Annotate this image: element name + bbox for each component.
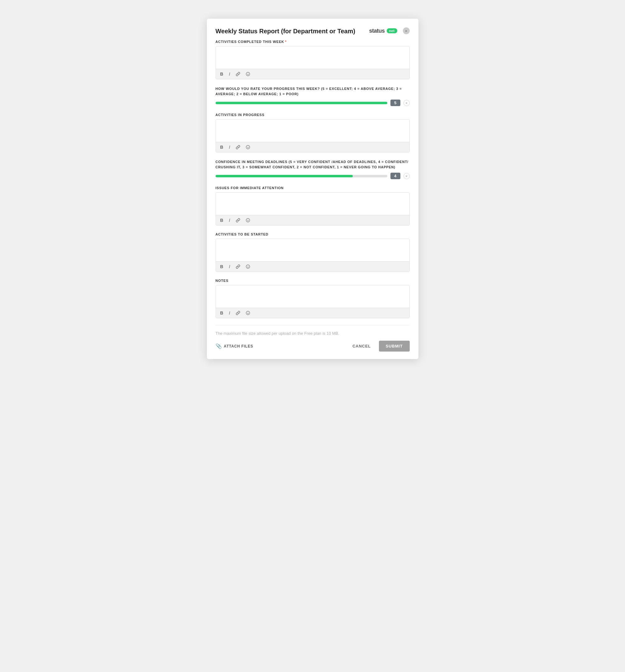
bold-button-3[interactable]: B — [219, 217, 224, 223]
confidence-slider-clear[interactable]: × — [404, 173, 410, 179]
svg-point-9 — [246, 265, 250, 268]
activities-completed-section: ACTIVITIES COMPLETED THIS WEEK* B I — [216, 40, 410, 79]
notes-section: NOTES B I — [216, 279, 410, 318]
required-indicator: * — [285, 40, 287, 44]
italic-button-1[interactable]: I — [228, 71, 232, 77]
confidence-rating-row: 4 × — [216, 173, 410, 179]
footer-section: The maximum file size allowed per upload… — [216, 325, 410, 352]
link-button-3[interactable] — [235, 217, 241, 223]
progress-rating-section: HOW WOULD YOU RATE YOUR PROGRESS THIS WE… — [216, 86, 410, 106]
confidence-rating-section: CONFIDENCE IN MEETING DEADLINES (5 = VER… — [216, 159, 410, 179]
notes-input[interactable] — [216, 285, 409, 307]
bold-button-2[interactable]: B — [219, 144, 224, 150]
activities-to-start-input[interactable] — [216, 239, 409, 260]
link-button-2[interactable] — [235, 144, 241, 150]
progress-rating-row: 5 × — [216, 100, 410, 106]
brand-name: status — [369, 28, 385, 34]
confidence-slider-value: 4 — [390, 173, 401, 179]
confidence-rating-label: CONFIDENCE IN MEETING DEADLINES (5 = VER… — [216, 159, 410, 170]
issues-attention-section: ISSUES FOR IMMEDIATE ATTENTION B I — [216, 186, 410, 225]
svg-point-3 — [246, 145, 250, 149]
attach-files-button[interactable]: 📎 ATTACH FILES — [216, 343, 253, 349]
activities-completed-input[interactable] — [216, 46, 409, 68]
notes-toolbar: B I — [216, 308, 409, 318]
svg-point-0 — [246, 72, 250, 76]
confidence-slider-track-container — [216, 175, 387, 177]
action-buttons: CANCEL SUBMIT — [348, 341, 410, 352]
footer-actions: 📎 ATTACH FILES CANCEL SUBMIT — [216, 341, 410, 352]
emoji-button-2[interactable] — [244, 144, 251, 150]
modal-header: Weekly Status Report (for Department or … — [216, 27, 410, 35]
bold-button-5[interactable]: B — [219, 310, 224, 316]
link-button-1[interactable] — [235, 71, 241, 77]
link-button-4[interactable] — [235, 264, 241, 269]
italic-button-5[interactable]: I — [228, 310, 232, 316]
submit-button[interactable]: SUBMIT — [379, 341, 410, 352]
activities-in-progress-label: ACTIVITIES IN PROGRESS — [216, 113, 410, 117]
issues-attention-input[interactable] — [216, 193, 409, 214]
issues-attention-label: ISSUES FOR IMMEDIATE ATTENTION — [216, 186, 410, 190]
emoji-button-4[interactable] — [244, 264, 251, 269]
progress-slider-clear[interactable]: × — [404, 100, 410, 106]
bold-button-4[interactable]: B — [219, 264, 224, 270]
notes-label: NOTES — [216, 279, 410, 283]
emoji-button-3[interactable] — [244, 217, 251, 223]
modal-title: Weekly Status Report (for Department or … — [216, 27, 355, 35]
link-button-5[interactable] — [235, 310, 241, 316]
notes-editor: B I — [216, 285, 410, 318]
cancel-button[interactable]: CANCEL — [348, 341, 375, 351]
attach-icon: 📎 — [216, 343, 222, 349]
svg-point-12 — [246, 311, 250, 315]
brand-logo: status net — [369, 28, 397, 34]
emoji-button-5[interactable] — [244, 310, 251, 316]
progress-slider-track-container — [216, 102, 387, 104]
activities-completed-label: ACTIVITIES COMPLETED THIS WEEK* — [216, 40, 410, 44]
activities-to-start-label: ACTIVITIES TO BE STARTED — [216, 233, 410, 236]
modal-container: Weekly Status Report (for Department or … — [207, 19, 418, 359]
activities-in-progress-input[interactable] — [216, 119, 409, 141]
activities-completed-editor: B I — [216, 46, 410, 79]
bold-button-1[interactable]: B — [219, 71, 224, 77]
activities-completed-toolbar: B I — [216, 69, 409, 79]
italic-button-3[interactable]: I — [228, 217, 232, 223]
header-right: status net × — [369, 27, 409, 34]
activities-to-start-toolbar: B I — [216, 261, 409, 271]
activities-to-start-editor: B I — [216, 239, 410, 272]
emoji-button-1[interactable] — [244, 71, 251, 77]
brand-badge: net — [387, 28, 397, 33]
progress-rating-label: HOW WOULD YOU RATE YOUR PROGRESS THIS WE… — [216, 86, 410, 96]
close-button[interactable]: × — [403, 27, 410, 34]
issues-attention-toolbar: B I — [216, 215, 409, 225]
italic-button-4[interactable]: I — [228, 264, 232, 270]
file-size-note: The maximum file size allowed per upload… — [216, 331, 410, 336]
svg-point-6 — [246, 218, 250, 222]
activities-in-progress-toolbar: B I — [216, 142, 409, 152]
progress-slider-value: 5 — [390, 100, 401, 106]
activities-in-progress-section: ACTIVITIES IN PROGRESS B I — [216, 113, 410, 152]
activities-to-start-section: ACTIVITIES TO BE STARTED B I — [216, 233, 410, 272]
issues-attention-editor: B I — [216, 192, 410, 225]
activities-in-progress-editor: B I — [216, 119, 410, 152]
italic-button-2[interactable]: I — [228, 144, 232, 150]
attach-files-label: ATTACH FILES — [224, 344, 253, 349]
